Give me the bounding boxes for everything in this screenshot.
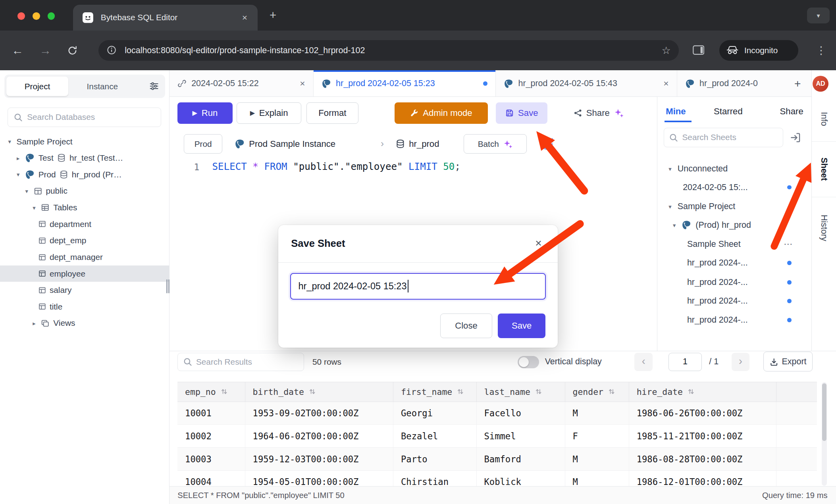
cell[interactable]: Koblick [477, 471, 565, 486]
save-confirm-button[interactable]: Save [498, 314, 545, 338]
avatar[interactable]: AD [813, 76, 828, 92]
cell[interactable]: Simmel [477, 425, 565, 447]
cell[interactable]: M [565, 448, 629, 470]
vertical-display-toggle[interactable] [518, 356, 539, 368]
share-button[interactable]: Share [563, 102, 634, 124]
cell[interactable]: 10001 [177, 402, 245, 425]
sql-tab-2-active[interactable]: hr_prod 2024-02-05 15:23 [314, 70, 496, 97]
window-minimize-button[interactable] [33, 12, 40, 20]
tree-item-table-dept-manager[interactable]: dept_manager [0, 249, 170, 265]
cell[interactable]: 1953-09-02T00:00:00Z [245, 402, 393, 425]
search-sheets-input[interactable]: Search Sheets [664, 128, 783, 147]
cell[interactable]: M [565, 402, 629, 425]
search-results-input[interactable]: Search Results [177, 353, 304, 371]
tab-close-icon[interactable]: × [239, 12, 251, 24]
sidebar-resize-handle[interactable] [166, 279, 170, 293]
filter-sliders-icon[interactable] [149, 81, 159, 93]
cell[interactable]: 1986-12-01T00:00:00Z [629, 471, 776, 486]
export-button[interactable]: Export [763, 352, 813, 371]
sheet-item[interactable]: hr_prod 2024-... [657, 254, 811, 272]
format-button[interactable]: Format [306, 102, 358, 124]
back-icon[interactable]: ← [12, 31, 24, 71]
close-button[interactable]: Close [440, 314, 492, 338]
table-row[interactable]: 10003 1959-12-03T00:00:00Z Parto Bamford… [177, 448, 817, 471]
url-bar[interactable]: localhost:8080/sql-editor/prod-sample-in… [98, 40, 678, 61]
cell[interactable]: 1954-05-01T00:00:00Z [245, 471, 393, 486]
site-info-icon[interactable] [107, 45, 116, 57]
sheet-item-sample-sheet[interactable]: Sample Sheet ⋯ [657, 235, 811, 254]
sheet-tab-mine[interactable]: Mine [666, 104, 686, 119]
tree-item-schema-public[interactable]: ▾ public [0, 183, 170, 200]
run-button[interactable]: ▶ Run [177, 102, 232, 124]
sheet-item[interactable]: 2024-02-05 15:... [657, 178, 811, 197]
table-row[interactable]: 10004 1954-05-01T00:00:00Z Chirstian Kob… [177, 471, 817, 486]
breadcrumb-database[interactable]: hr_prod [396, 134, 439, 153]
sql-code-line[interactable]: SELECT * FROM "public"."employee" LIMIT … [212, 161, 460, 172]
cell[interactable]: Facello [477, 402, 565, 425]
new-sql-tab-button[interactable]: + [790, 76, 805, 91]
cell[interactable]: Bamford [477, 448, 565, 470]
column-header[interactable]: gender [565, 382, 629, 402]
refresh-icon[interactable] [539, 137, 555, 152]
cell[interactable]: 1986-08-28T00:00:00Z [629, 448, 776, 470]
close-icon[interactable]: × [663, 78, 668, 89]
cell[interactable]: Bezalel [393, 425, 477, 447]
save-button[interactable]: Save [496, 102, 547, 124]
window-close-button[interactable] [17, 12, 25, 20]
prev-page-button[interactable]: ‹ [634, 353, 653, 371]
environment-chip[interactable]: Prod [184, 134, 222, 153]
open-sheet-icon[interactable] [790, 132, 801, 144]
tree-item-table-dept-emp[interactable]: dept_emp [0, 233, 170, 249]
tree-item-prod-instance[interactable]: ▾ Prod hr_prod (Pr… [0, 166, 170, 183]
admin-mode-button[interactable]: Admin mode [395, 102, 488, 124]
sheet-item[interactable]: hr_prod 2024-... [657, 292, 811, 310]
explain-button[interactable]: ▶ Explain [237, 102, 301, 124]
sql-tab-3[interactable]: hr_prod 2024-02-05 15:43 × [496, 70, 677, 97]
tree-item-table-title[interactable]: title [0, 298, 170, 315]
cell[interactable]: 10002 [177, 425, 245, 447]
browser-menu-icon[interactable]: ⋮ [816, 31, 826, 71]
cell[interactable]: 10004 [177, 471, 245, 486]
side-tab-info[interactable]: Info [812, 97, 836, 142]
batch-button[interactable]: Batch [464, 134, 526, 153]
bookmark-star-icon[interactable]: ☆ [662, 40, 671, 61]
tab-instance[interactable]: Instance [73, 77, 132, 96]
sheet-item[interactable]: hr_prod 2024-... [657, 273, 811, 292]
side-tab-history[interactable]: History [812, 197, 836, 259]
sheet-group-sample-project[interactable]: ▾ Sample Project [657, 197, 811, 216]
new-browser-tab-button[interactable]: + [266, 8, 281, 23]
cell[interactable]: 1986-06-26T00:00:00Z [629, 402, 776, 425]
cell[interactable]: Georgi [393, 402, 477, 425]
sql-tab-4[interactable]: hr_prod 2024-0 [677, 70, 784, 97]
cell[interactable]: 1985-11-21T00:00:00Z [629, 425, 776, 447]
cell[interactable]: Chirstian [393, 471, 477, 486]
cell[interactable]: Parto [393, 448, 477, 470]
table-scrollbar-thumb[interactable] [822, 383, 826, 441]
next-page-button[interactable]: › [732, 353, 750, 371]
tree-item-project[interactable]: ▾ Sample Project [0, 133, 170, 150]
more-icon[interactable]: ⋯ [784, 239, 793, 250]
cell[interactable]: M [565, 471, 629, 486]
column-header[interactable]: emp_no [177, 382, 245, 402]
table-row[interactable]: 10001 1953-09-02T00:00:00Z Georgi Facell… [177, 402, 817, 425]
cell[interactable]: 1959-12-03T00:00:00Z [245, 448, 393, 470]
table-row[interactable]: 10002 1964-06-02T00:00:00Z Bezalel Simme… [177, 425, 817, 448]
tab-search-chevron-icon[interactable]: ▾ [807, 8, 829, 23]
sheet-tab-starred[interactable]: Starred [714, 104, 743, 119]
breadcrumb-instance[interactable]: Prod Sample Instance [235, 134, 335, 153]
column-header[interactable]: first_name [393, 382, 477, 402]
sheet-group-unconnected[interactable]: ▾ Unconnected [657, 160, 811, 178]
sheet-item[interactable]: hr_prod 2024-... [657, 311, 811, 329]
tree-item-table-department[interactable]: department [0, 216, 170, 233]
tree-item-views-group[interactable]: ▸ Views [0, 315, 170, 332]
sheet-group-database[interactable]: ▾ (Prod) hr_prod [657, 216, 811, 235]
column-header[interactable]: last_name [477, 382, 565, 402]
cell[interactable]: 1964-06-02T00:00:00Z [245, 425, 393, 447]
tree-item-test-instance[interactable]: ▸ Test hr_test (Test… [0, 150, 170, 166]
tree-item-table-salary[interactable]: salary [0, 282, 170, 298]
forward-icon[interactable]: → [39, 31, 51, 71]
sql-tab-1[interactable]: 2024-02-05 15:22 × [170, 70, 314, 97]
tab-project[interactable]: Project [6, 77, 68, 96]
cell[interactable]: F [565, 425, 629, 447]
sheet-tab-share[interactable]: Share [780, 104, 803, 119]
